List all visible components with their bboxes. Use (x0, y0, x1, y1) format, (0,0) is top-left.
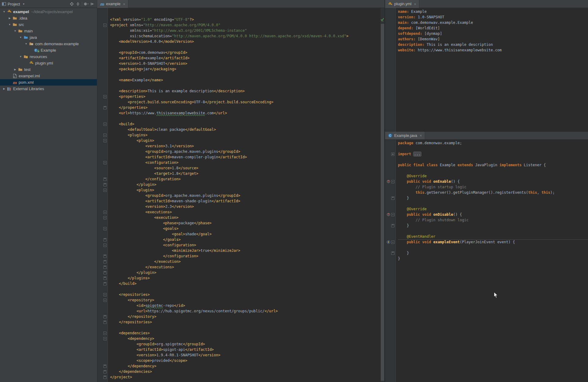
tab-example-java[interactable]: C Example.java × (385, 132, 425, 139)
fold-close-icon[interactable]: ^ (103, 321, 107, 324)
fold-close-icon[interactable]: ^ (103, 282, 107, 285)
code-line[interactable] (398, 245, 588, 250)
fold-close-icon[interactable]: ^ (103, 106, 107, 109)
fold-open-icon[interactable]: - (103, 332, 107, 335)
code-line[interactable]: @Override (398, 206, 588, 212)
code-line[interactable]: this.getServer().getPluginManager().regi… (398, 190, 588, 195)
fold-close-icon[interactable]: ^ (103, 376, 107, 379)
code-line[interactable]: <project xmlns="http://maven.apache.org/… (110, 22, 384, 28)
locate-icon[interactable] (69, 1, 75, 7)
tab-example-pom[interactable]: m example × (97, 0, 128, 8)
fold-close-icon[interactable]: ^ (103, 260, 107, 263)
scrollbar-thumb[interactable] (381, 24, 384, 381)
close-icon[interactable]: × (414, 2, 416, 6)
code-line[interactable]: <dependency> (110, 336, 384, 341)
code-line[interactable]: </execution> (110, 259, 384, 264)
fold-open-icon[interactable]: - (103, 95, 107, 98)
code-line[interactable]: <build> (110, 121, 384, 127)
tree-item-src[interactable]: ▼src (0, 21, 97, 28)
tree-item-exampel[interactable]: ▼exampel~/IdeaProjects/exampel (0, 9, 97, 15)
fold-close-icon[interactable]: ^ (103, 183, 107, 186)
code-line[interactable]: name: Example (398, 9, 588, 14)
fold-close-icon[interactable]: ^ (103, 370, 107, 373)
code-line[interactable]: <dependencies> (110, 330, 384, 336)
code-line[interactable]: <version>1.9.4-R0.1-SNAPSHOT</version> (110, 352, 384, 358)
fold-close-icon[interactable]: ^ (103, 271, 107, 274)
tree-expanded-arrow-icon[interactable]: ▼ (18, 36, 23, 39)
code-line[interactable]: public final class Example extends JavaP… (398, 162, 588, 168)
tree-expanded-arrow-icon[interactable]: ▼ (18, 55, 23, 58)
fold-close-icon[interactable]: ^ (391, 252, 395, 255)
fold-close-icon[interactable]: ^ (103, 277, 107, 280)
yaml-editor[interactable]: name: Exampleversion: 1.0-SNAPSHOTmain: … (385, 8, 588, 132)
code-line[interactable]: <groupId>com.demonwav</groupId> (110, 50, 384, 55)
code-line[interactable]: <plugin> (110, 138, 384, 143)
code-line[interactable]: package com.demonwav.example; (398, 140, 588, 146)
code-line[interactable] (110, 286, 384, 292)
tree-item-com-demonwav-example[interactable]: ▼com.demonwav.example (0, 41, 97, 47)
code-line[interactable]: authors: [DemonWav] (398, 36, 588, 42)
code-line[interactable]: </executions> (110, 264, 384, 270)
code-line[interactable]: </dependency> (110, 363, 384, 369)
fold-close-icon[interactable]: ^ (103, 315, 107, 318)
code-line[interactable]: softdepend: [dynmap] (398, 31, 588, 36)
code-line[interactable]: <source>1.8</source> (110, 165, 384, 171)
code-line[interactable]: website: https://www.thisisanexamplewebs… (398, 47, 588, 53)
fold-open-icon[interactable]: - (103, 337, 107, 340)
code-line[interactable] (110, 83, 384, 88)
fold-close-icon[interactable]: ^ (103, 238, 107, 241)
code-line[interactable]: <groupId>org.spigotmc</groupId> (110, 341, 384, 347)
collapse-all-icon[interactable] (75, 1, 81, 7)
code-line[interactable]: <name>Example</name> (110, 77, 384, 83)
fold-open-icon[interactable]: - (103, 227, 107, 230)
fold-close-icon[interactable]: ^ (103, 266, 107, 269)
code-line[interactable]: <goals> (110, 226, 384, 231)
code-line[interactable]: <artifactId>maven-shade-plugin</artifact… (110, 198, 384, 204)
code-line[interactable]: } (398, 250, 588, 256)
code-line[interactable]: </repositories> (110, 319, 384, 325)
tree-item-example[interactable]: CExample (0, 47, 97, 53)
fold-open-icon[interactable]: - (391, 180, 395, 183)
pom-code[interactable]: <?xml version="1.0" encoding="UTF-8"?><p… (108, 8, 384, 382)
code-line[interactable]: <id>spigotmc-repo</id> (110, 303, 384, 308)
fold-open-icon[interactable]: - (103, 299, 107, 302)
project-tool-selector[interactable]: Project ▼ (2, 2, 25, 6)
code-line[interactable]: xsi:schemaLocation="http://maven.apache.… (110, 33, 384, 39)
tree-item-test[interactable]: ▶test (0, 66, 97, 73)
fold-close-icon[interactable]: ^ (103, 365, 107, 368)
tree-expanded-arrow-icon[interactable]: ▼ (2, 10, 6, 13)
fold-open-icon[interactable]: - (103, 134, 107, 137)
code-line[interactable]: <description>This is an example descript… (110, 88, 384, 94)
code-line[interactable] (398, 228, 588, 234)
code-line[interactable]: <?xml version="1.0" encoding="UTF-8"?> (110, 17, 384, 22)
pom-editor[interactable]: --^----^^----^-^^^^^^--^^--^^^ <?xml ver… (97, 8, 384, 382)
code-line[interactable]: @Override (398, 173, 588, 179)
code-line[interactable]: <plugin> (110, 187, 384, 193)
fold-open-icon[interactable]: - (103, 24, 107, 27)
code-line[interactable]: import ... (398, 151, 588, 157)
tree-expanded-arrow-icon[interactable]: ▼ (7, 23, 12, 26)
code-line[interactable] (110, 325, 384, 330)
override-icon[interactable] (387, 213, 390, 216)
code-line[interactable]: <artifactId>maven-compiler-plugin</artif… (110, 154, 384, 160)
code-line[interactable]: main: com.demonwav.example.Example (398, 20, 588, 25)
code-line[interactable]: <url>https://hub.spigotmc.org/nexus/cont… (110, 308, 384, 314)
code-line[interactable]: </goals> (110, 237, 384, 242)
event-icon[interactable] (387, 240, 390, 244)
tree-collapsed-arrow-icon[interactable]: ▶ (13, 68, 17, 71)
code-line[interactable]: <target>1.8</target> (110, 171, 384, 176)
java-code[interactable]: package com.demonwav.example;import ...p… (396, 140, 588, 382)
fold-open-icon[interactable]: - (103, 139, 107, 142)
tree-collapsed-arrow-icon[interactable]: ▶ (2, 87, 6, 90)
code-line[interactable] (398, 168, 588, 173)
close-icon[interactable]: × (123, 2, 125, 6)
fold-open-icon[interactable]: - (103, 123, 107, 126)
fold-open-icon[interactable]: - (103, 161, 107, 164)
fold-open-icon[interactable]: - (103, 293, 107, 296)
code-line[interactable]: public void exampleEvent(PlayerJoinEvent… (398, 239, 588, 245)
code-line[interactable]: </properties> (110, 105, 384, 110)
code-line[interactable]: <repositories> (110, 292, 384, 297)
pom-scrollbar[interactable] (380, 8, 384, 382)
fold-close-icon[interactable]: ^ (103, 178, 107, 181)
tree-item-main[interactable]: ▼main (0, 28, 97, 34)
